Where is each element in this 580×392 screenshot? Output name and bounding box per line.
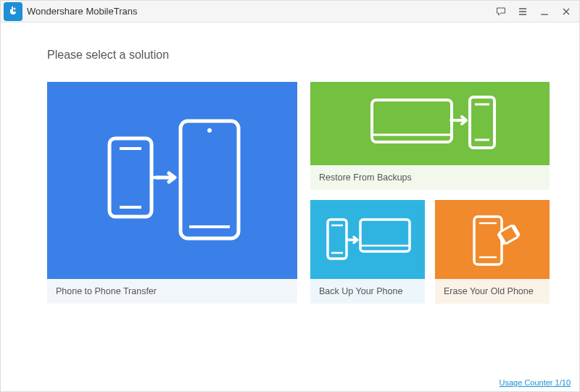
svg-point-7: [156, 176, 160, 180]
menu-button[interactable]: [513, 2, 533, 21]
svg-point-0: [14, 7, 16, 9]
svg-point-14: [454, 119, 457, 122]
window-controls: [491, 2, 576, 21]
backup-tile[interactable]: Back Up Your Phone: [310, 200, 425, 304]
erase-icon: [435, 200, 550, 279]
svg-rect-1: [109, 138, 152, 217]
backup-label: Back Up Your Phone: [310, 279, 425, 304]
minimize-button[interactable]: [534, 2, 555, 21]
svg-rect-4: [181, 121, 239, 238]
main-content: Please select a solution Phone to Phone …: [1, 22, 579, 304]
app-logo-icon: [4, 2, 22, 21]
phone-to-phone-icon: [47, 82, 297, 279]
erase-label: Erase Your Old Phone: [435, 279, 550, 304]
svg-point-22: [346, 238, 348, 241]
svg-point-8: [151, 176, 154, 180]
svg-point-5: [207, 128, 212, 133]
erase-tile[interactable]: Erase Your Old Phone: [435, 200, 550, 304]
usage-counter-link[interactable]: Usage Counter 1/10: [500, 378, 571, 387]
app-brand: Wondershare: [27, 6, 83, 17]
titlebar: Wondershare MobileTrans: [1, 1, 579, 22]
right-column: Restore From Backups: [310, 82, 550, 304]
restore-tile[interactable]: Restore From Backups: [310, 82, 550, 190]
solutions-grid: Phone to Phone Transfer Restor: [47, 82, 533, 304]
svg-rect-19: [360, 220, 410, 251]
phone-to-phone-label: Phone to Phone Transfer: [47, 279, 297, 304]
app-title: Wondershare MobileTrans: [27, 6, 137, 17]
svg-point-21: [349, 238, 351, 241]
backup-icon: [310, 200, 425, 279]
page-heading: Please select a solution: [47, 49, 533, 62]
feedback-button[interactable]: [491, 2, 511, 21]
phone-to-phone-tile[interactable]: Phone to Phone Transfer: [47, 82, 297, 304]
svg-point-15: [450, 119, 452, 122]
restore-icon: [310, 82, 550, 165]
restore-label: Restore From Backups: [310, 165, 550, 190]
close-button[interactable]: [556, 2, 576, 21]
app-product: MobileTrans: [86, 6, 137, 17]
